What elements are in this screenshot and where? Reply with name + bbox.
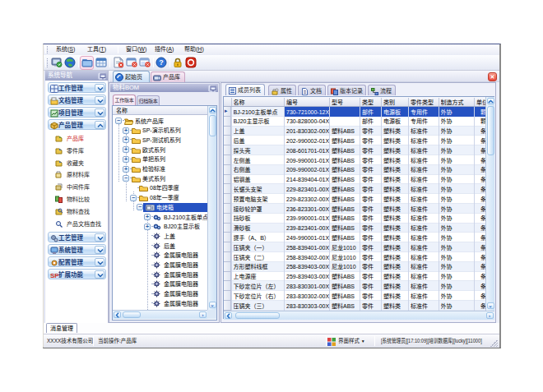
- svg-text:?: ?: [159, 58, 164, 67]
- svg-text:SP: SP: [50, 272, 58, 279]
